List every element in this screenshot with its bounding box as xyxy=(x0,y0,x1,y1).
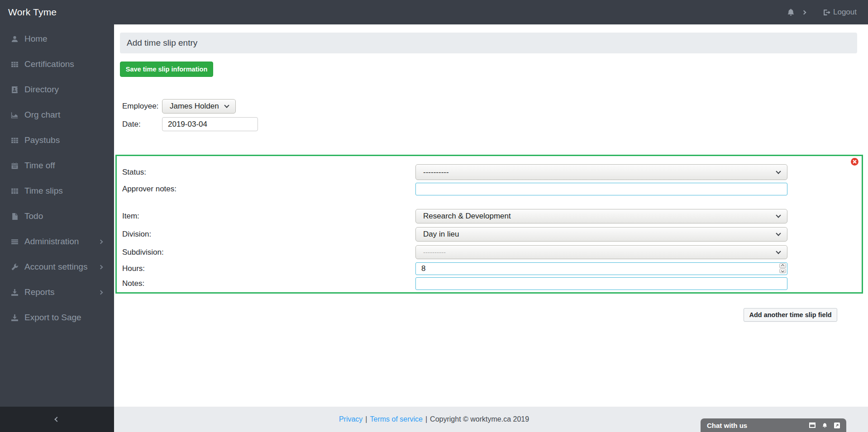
sidebar-item-label: Time slips xyxy=(24,186,63,196)
employee-select[interactable]: James Holden xyxy=(162,99,236,114)
copyright-text: Copyright © worktyme.ca 2019 xyxy=(430,415,529,423)
logout-label: Logout xyxy=(833,8,857,17)
footer-separator: | xyxy=(425,415,427,423)
page: Work Tyme Logout Home Certifications Dir… xyxy=(0,0,868,432)
sidebar-item-label: Home xyxy=(24,34,48,44)
calendar-icon xyxy=(10,162,19,170)
chevron-down-icon xyxy=(776,249,781,254)
download-icon xyxy=(10,289,19,296)
sidebar-item-paystubs[interactable]: Paystubs xyxy=(0,128,114,153)
sidebar-item-home[interactable]: Home xyxy=(0,26,114,52)
table-icon xyxy=(10,61,19,68)
user-icon xyxy=(10,35,19,43)
chevron-right-icon xyxy=(99,290,103,294)
notifications-bell-icon[interactable] xyxy=(787,8,795,17)
division-label: Division: xyxy=(122,227,151,242)
sign-out-icon xyxy=(823,9,830,16)
sidebar-item-time-slips[interactable]: Time slips xyxy=(0,178,114,204)
sidebar: Home Certifications Directory Org chart … xyxy=(0,24,114,407)
wrench-icon xyxy=(10,263,19,271)
employee-label: Employee: xyxy=(122,99,158,114)
chevron-down-icon xyxy=(776,213,781,218)
division-select[interactable]: Day in lieu xyxy=(415,227,787,242)
chevron-down-icon xyxy=(776,231,781,236)
logout-button[interactable]: Logout xyxy=(823,8,857,17)
subdivision-label: Subdivision: xyxy=(122,245,164,259)
chevron-down-icon xyxy=(776,169,781,174)
header-actions: Logout xyxy=(787,0,857,24)
sidebar-item-label: Administration xyxy=(24,237,79,247)
chat-popout-icon[interactable] xyxy=(834,423,840,428)
notes-input[interactable] xyxy=(415,277,787,290)
sidebar-item-time-off[interactable]: Time off xyxy=(0,153,114,178)
sidebar-item-todo[interactable]: Todo xyxy=(0,204,114,229)
stepper-down-button[interactable] xyxy=(779,269,786,274)
approver-notes-input[interactable] xyxy=(415,183,787,195)
sidebar-item-label: Time off xyxy=(24,161,55,171)
file-icon xyxy=(10,213,19,220)
chat-widget-bar[interactable]: Chat with us xyxy=(701,418,846,432)
table-icon xyxy=(10,137,19,144)
privacy-link[interactable]: Privacy xyxy=(339,415,362,423)
top-header: Work Tyme Logout xyxy=(0,0,868,24)
table-icon xyxy=(10,187,19,195)
status-select[interactable]: ---------- xyxy=(415,164,787,180)
sidebar-item-label: Export to Sage xyxy=(24,313,81,323)
hours-input[interactable] xyxy=(415,262,787,275)
list-icon xyxy=(10,238,19,246)
item-label: Item: xyxy=(122,209,139,223)
date-input[interactable] xyxy=(162,117,258,131)
sidebar-item-administration[interactable]: Administration xyxy=(0,229,114,254)
address-book-icon xyxy=(10,86,19,94)
date-label: Date: xyxy=(122,117,141,131)
chat-icons xyxy=(809,423,840,428)
save-time-slip-button[interactable]: Save time slip information xyxy=(120,62,213,77)
chevron-down-icon xyxy=(224,103,229,108)
remove-entry-button[interactable] xyxy=(850,157,859,166)
sidebar-item-org-chart[interactable]: Org chart xyxy=(0,102,114,128)
main-content: Add time slip entry Save time slip infor… xyxy=(114,24,868,407)
remove-circle-icon xyxy=(850,157,859,166)
sidebar-item-account-settings[interactable]: Account settings xyxy=(0,254,114,280)
item-select[interactable]: Research & Development xyxy=(415,209,787,223)
status-select-value: ---------- xyxy=(423,168,449,177)
item-select-value: Research & Development xyxy=(423,212,511,221)
chevron-up-icon xyxy=(781,264,784,267)
header-expand-chevron-icon[interactable] xyxy=(802,10,806,14)
chevron-down-icon xyxy=(781,269,784,272)
sidebar-item-label: Directory xyxy=(24,85,59,95)
sidebar-item-label: Certifications xyxy=(24,59,74,69)
stepper-up-button[interactable] xyxy=(779,263,786,268)
sidebar-item-reports[interactable]: Reports xyxy=(0,280,114,305)
subdivision-select[interactable]: ---------- xyxy=(415,245,787,259)
sidebar-item-directory[interactable]: Directory xyxy=(0,77,114,102)
terms-link[interactable]: Terms of service xyxy=(370,415,422,423)
employee-select-value: James Holden xyxy=(170,102,219,111)
download-icon xyxy=(10,314,19,322)
chat-window-icon[interactable] xyxy=(809,423,816,428)
subdivision-select-value: ---------- xyxy=(423,248,446,256)
sidebar-item-label: Account settings xyxy=(24,262,87,272)
sidebar-item-certifications[interactable]: Certifications xyxy=(0,52,114,77)
chat-label: Chat with us xyxy=(707,422,809,429)
sidebar-item-export-to-sage[interactable]: Export to Sage xyxy=(0,305,114,330)
hours-label: Hours: xyxy=(122,262,145,275)
chevron-right-icon xyxy=(99,265,103,269)
hours-field-wrap xyxy=(415,262,787,275)
chevron-right-icon xyxy=(99,239,103,244)
time-slip-entry-box: Status: ---------- Approver notes: Item:… xyxy=(115,155,863,294)
sidebar-item-label: Todo xyxy=(24,211,43,221)
app-title: Work Tyme xyxy=(8,0,57,24)
approver-notes-label: Approver notes: xyxy=(122,183,176,195)
chat-bell-icon[interactable] xyxy=(822,423,828,428)
hours-stepper xyxy=(779,263,786,273)
add-another-field-button[interactable]: Add another time slip field xyxy=(744,308,837,322)
sidebar-item-label: Paystubs xyxy=(24,135,60,145)
page-title: Add time slip entry xyxy=(120,33,857,53)
footer-separator: | xyxy=(365,415,367,423)
sidebar-item-label: Reports xyxy=(24,287,55,297)
area-chart-icon xyxy=(10,111,19,119)
status-label: Status: xyxy=(122,164,146,180)
sidebar-item-label: Org chart xyxy=(24,110,60,120)
division-select-value: Day in lieu xyxy=(423,230,459,239)
